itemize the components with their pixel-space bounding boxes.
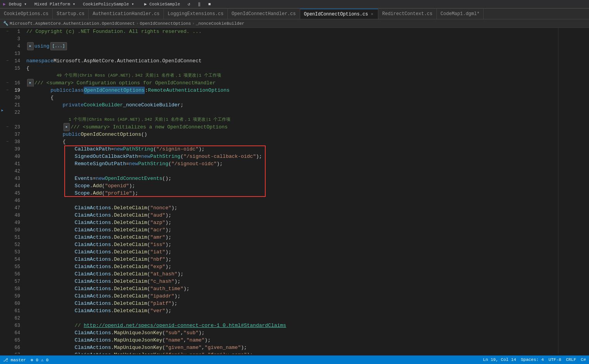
collapse-btn-19[interactable]: − (6, 88, 9, 92)
code-line-19[interactable]: public class OpenIdConnectOptions : Remo… (23, 87, 558, 94)
code-line-46[interactable] (23, 197, 558, 204)
tab-label: OpenIdConnectHandler.cs (232, 11, 296, 17)
code-line-13[interactable] (23, 50, 558, 57)
code-line-22[interactable] (23, 109, 558, 116)
code-line-58[interactable]: ClaimActions.DeleteClaim("auth_time"); (23, 285, 558, 292)
code-line-51[interactable]: ClaimActions.DeleteClaim("amr"); (23, 234, 558, 241)
line-numbers: − 1 3 4 13 − 14 15 − 16 − 19 20 21 22 − … (5, 28, 23, 354)
line-num-62: 62 (5, 314, 23, 322)
code-line-39[interactable]: CallbackPath = new PathString("/signin-o… (23, 145, 558, 153)
tab-redirectcontext[interactable]: RedirectContext.cs (378, 9, 437, 19)
code-line-4[interactable]: ▸using [...] (23, 43, 558, 50)
code-line-65[interactable]: ClaimActions.MapUniqueJsonKey("name", "n… (23, 337, 558, 344)
code-line-53[interactable]: ClaimActions.DeleteClaim("iat"); (23, 248, 558, 256)
code-line-63[interactable]: // http://openid.net/specs/openid-connec… (23, 322, 558, 329)
code-lens-text: 1 个引用|Chris Ross (ASP.NET)，342 天前|1 名作者，… (69, 116, 230, 123)
tab-close-oidcoptions[interactable]: × (370, 12, 374, 17)
line-num-15: 15 (5, 65, 23, 72)
code-area[interactable]: // Copyright (c) .NET Foundation. All ri… (23, 28, 558, 354)
fold-summary2[interactable]: ▸ (64, 123, 70, 131)
tab-cookieoptions[interactable]: CookieOptions.cs (0, 9, 53, 19)
status-errors[interactable]: ⊗ 0 ⚠ 0 (31, 357, 48, 362)
line-num-21: 21 (5, 101, 23, 109)
fold-using-content[interactable]: [...] (50, 42, 67, 50)
code-line-40[interactable]: SignedOutCallbackPath = new PathString("… (23, 153, 558, 160)
code-line-42[interactable] (23, 167, 558, 175)
line-num-47: 47 (5, 204, 23, 212)
tab-oidcoptions[interactable]: OpenIdConnectOptions.cs × (300, 9, 378, 19)
line-num-42: 42 (5, 167, 23, 175)
code-line-15[interactable]: { (23, 65, 558, 72)
code-line-23[interactable]: ▸/// <summary> Initializes a new OpenIdC… (23, 123, 558, 131)
collapse-btn-23[interactable]: − (6, 125, 9, 129)
line-num-55: 55 (5, 263, 23, 270)
status-line-ending[interactable]: CRLF (566, 357, 576, 362)
fold-using[interactable]: ▸ (27, 42, 34, 50)
line-num-52: 52 (5, 241, 23, 248)
code-line-61[interactable]: ClaimActions.DeleteClaim("ver"); (23, 307, 558, 314)
breadcrumb-namespace[interactable]: Microsoft.AspNetCore.Authentication.Open… (10, 21, 135, 26)
nav-arrow: ➤ (1, 108, 3, 114)
line-num-61: 61 (5, 307, 23, 314)
code-line-49[interactable]: ClaimActions.DeleteClaim("azp"); (23, 219, 558, 226)
breadcrumb: 🔧 Microsoft.AspNetCore.Authentication.Op… (0, 19, 589, 28)
code-line-3[interactable] (23, 35, 558, 43)
collapse-btn-16[interactable]: − (6, 81, 9, 85)
code-line-38[interactable]: { (23, 138, 558, 145)
status-branch[interactable]: ⎇ master (3, 357, 26, 362)
code-line-43[interactable]: Events = new OpenIdConnectEvents(); (23, 175, 558, 182)
breadcrumb-class[interactable]: OpenIdConnectOptions (140, 21, 191, 26)
line-num-54: 54 (5, 256, 23, 263)
status-bar: ⎇ master ⊗ 0 ⚠ 0 Ln 19, Col 14 Spaces: 4… (0, 355, 589, 364)
code-line-45[interactable]: Scope.Add("profile"); (23, 190, 558, 197)
code-line-41[interactable]: RemoteSignOutPath = new PathString("/sig… (23, 160, 558, 167)
line-num-63: 63 (5, 322, 23, 329)
line-num-20: 20 (5, 94, 23, 101)
code-line-54[interactable]: ClaimActions.DeleteClaim("nbf"); (23, 256, 558, 263)
title-text: Debug ▾ Mixed Platform ▾ CookiePolicySam… (9, 2, 211, 7)
code-line-59[interactable]: ClaimActions.DeleteClaim("ipaddr"); (23, 292, 558, 300)
code-lens-row: 49 个引用|Chris Ross (ASP.NET)，342 天前|1 名作者… (23, 72, 558, 79)
code-line-47[interactable]: ClaimActions.DeleteClaim("nonce"); (23, 204, 558, 212)
collapse-btn-14[interactable]: − (6, 59, 9, 63)
code-line-16[interactable]: ▸/// <summary> Configuration options for… (23, 79, 558, 87)
tab-label: LoggingExtensions.cs (168, 11, 223, 17)
breadcrumb-member[interactable]: _nonceCookieBuilder (196, 21, 244, 26)
code-line-66[interactable]: ClaimActions.MapUniqueJsonKey("given_nam… (23, 344, 558, 351)
code-line-55[interactable]: ClaimActions.DeleteClaim("exp"); (23, 263, 558, 270)
code-line-37[interactable]: public OpenIdConnectOptions() (23, 131, 558, 138)
code-line-67[interactable]: ClaimActions.MapUniqueJsonKey("family_na… (23, 351, 558, 354)
tab-label: Startup.cs (57, 11, 84, 17)
code-line-60[interactable]: ClaimActions.DeleteClaim("platf"); (23, 300, 558, 307)
status-spaces[interactable]: Spaces: 4 (521, 357, 544, 362)
collapse-btn-38[interactable]: − (6, 140, 9, 144)
code-line-62[interactable] (23, 314, 558, 322)
tab-loggingext[interactable]: LoggingExtensions.cs (164, 9, 228, 19)
code-line-20[interactable]: { (23, 94, 558, 101)
code-line-44[interactable]: Scope.Add("openid"); (23, 182, 558, 190)
code-line-1[interactable]: // Copyright (c) .NET Foundation. All ri… (23, 28, 558, 35)
code-line-52[interactable]: ClaimActions.DeleteClaim("iss"); (23, 241, 558, 248)
code-line-48[interactable]: ClaimActions.DeleteClaim("aud"); (23, 212, 558, 219)
code-line-64[interactable]: ClaimActions.MapUniqueJsonKey("sub", "su… (23, 329, 558, 337)
code-line-14[interactable]: namespace Microsoft.AspNetCore.Authentic… (23, 57, 558, 65)
status-encoding[interactable]: UTF-8 (548, 357, 561, 362)
line-num-67: 67 (5, 351, 23, 354)
code-line-57[interactable]: ClaimActions.DeleteClaim("c_hash"); (23, 278, 558, 285)
code-line-21[interactable]: private CookieBuilder _nonceCookieBuilde… (23, 101, 558, 109)
code-line-50[interactable]: ClaimActions.DeleteClaim("acr"); (23, 226, 558, 234)
line-num-58: 58 (5, 285, 23, 292)
status-language[interactable]: C# (581, 357, 586, 362)
collapse-btn-1[interactable]: − (6, 29, 9, 34)
minimap[interactable] (558, 28, 589, 354)
tab-codemap[interactable]: CodeMap1.dgml* (437, 9, 484, 19)
line-num-13: 13 (5, 50, 23, 57)
code-line-56[interactable]: ClaimActions.DeleteClaim("at_hash"); (23, 270, 558, 278)
tab-startup[interactable]: Startup.cs (53, 9, 89, 19)
tab-oidchandler[interactable]: OpenIdConnectHandler.cs (228, 9, 300, 19)
line-num-37: 37 (5, 131, 23, 138)
breadcrumb-icon: 🔧 (3, 21, 9, 26)
tab-authhandler[interactable]: AuthenticationHandler.cs (89, 9, 164, 19)
tab-label: CookieOptions.cs (4, 11, 48, 17)
line-num-1: − 1 (5, 28, 23, 35)
